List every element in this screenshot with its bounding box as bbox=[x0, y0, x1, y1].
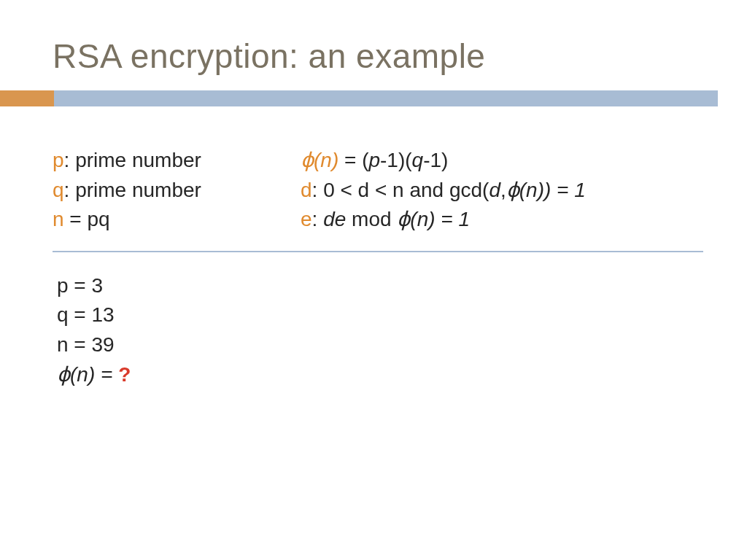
phi-q: q bbox=[412, 149, 424, 171]
ex-n: n = 39 bbox=[57, 330, 703, 360]
def-n: n = pq bbox=[53, 205, 271, 235]
phi-p: p bbox=[368, 149, 380, 171]
phi-eq: = ( bbox=[338, 149, 368, 171]
definitions-right: ϕ(n) = (p-1)(q-1) d: 0 < d < n and gcd(d… bbox=[301, 146, 703, 235]
d-text1: 0 < d < n and gcd( bbox=[323, 179, 489, 201]
d-comma: , bbox=[500, 179, 506, 201]
e-mod: mod bbox=[346, 208, 397, 230]
ex-phi: ϕ(n) = ? bbox=[57, 360, 703, 390]
def-d: d: 0 < d < n and gcd(d,ϕ(n)) = 1 bbox=[301, 176, 703, 206]
def-p: p: prime number bbox=[53, 146, 271, 176]
phi-mid1: -1)( bbox=[380, 149, 412, 171]
ex-phi-lhs: ϕ(n) = bbox=[57, 363, 118, 386]
ex-p: p = 3 bbox=[57, 271, 703, 301]
sep-p: : bbox=[64, 149, 76, 171]
sep-d: : bbox=[312, 179, 324, 201]
d-phi: ϕ(n) bbox=[506, 179, 544, 201]
def-e: e: de mod ϕ(n) = 1 bbox=[301, 205, 703, 235]
slide-title: RSA encryption: an example bbox=[53, 36, 485, 76]
sym-e: e bbox=[301, 208, 312, 230]
sym-n: n bbox=[53, 208, 64, 230]
ex-phi-q: ? bbox=[118, 363, 131, 386]
e-eq: = 1 bbox=[436, 208, 470, 230]
sym-q: q bbox=[53, 179, 64, 201]
definitions: p: prime number q: prime number n = pq ϕ… bbox=[53, 146, 703, 235]
slide-body: p: prime number q: prime number n = pq ϕ… bbox=[53, 146, 703, 389]
def-q: q: prime number bbox=[53, 176, 271, 206]
text-q: prime number bbox=[75, 179, 201, 201]
e-de: de bbox=[323, 208, 346, 230]
definitions-left: p: prime number q: prime number n = pq bbox=[53, 146, 271, 235]
sep-q: : bbox=[64, 179, 76, 201]
worked-example: p = 3 q = 13 n = 39 ϕ(n) = ? bbox=[53, 271, 703, 389]
slide: RSA encryption: an example p: prime numb… bbox=[0, 0, 747, 560]
accent-bar-blue bbox=[54, 90, 718, 106]
sep-e: : bbox=[312, 208, 324, 230]
sym-d: d bbox=[301, 179, 312, 201]
ex-q: q = 13 bbox=[57, 300, 703, 330]
d-dv: d bbox=[489, 179, 500, 201]
d-text2: ) = 1 bbox=[544, 179, 586, 201]
def-phi: ϕ(n) = (p-1)(q-1) bbox=[301, 146, 703, 176]
text-n: pq bbox=[88, 208, 110, 230]
text-p: prime number bbox=[75, 149, 201, 171]
sep-n: = bbox=[64, 208, 88, 230]
accent-bar-orange bbox=[0, 90, 54, 106]
e-phi: ϕ(n) bbox=[397, 208, 435, 230]
phi-mid2: -1) bbox=[423, 149, 448, 171]
sym-phi: ϕ(n) bbox=[301, 149, 338, 171]
divider bbox=[53, 251, 703, 252]
sym-p: p bbox=[53, 149, 64, 171]
